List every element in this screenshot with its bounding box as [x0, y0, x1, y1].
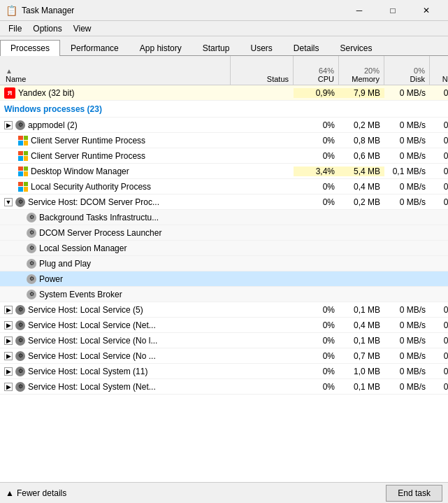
process-name-cell: Local Security Authority Process	[0, 182, 231, 192]
table-row[interactable]: ▼ ⚙ Service Host: DCOM Server Proc... 0%…	[0, 194, 448, 210]
tab-users[interactable]: Users	[240, 40, 282, 56]
memory-cell: 0,2 MB	[339, 120, 384, 130]
process-name-cell: Client Server Runtime Process	[0, 136, 231, 146]
expand-button[interactable]: ▼	[4, 198, 13, 206]
col-header-network[interactable]: 0% Network	[430, 56, 448, 85]
table-row[interactable]: ▶ ⚙ appmodel (2) 0% 0,2 MB 0 MB/s 0 Mbps	[0, 118, 448, 133]
table-row[interactable]: ⚙ Local Session Manager	[0, 241, 448, 256]
fewer-details-button[interactable]: ▲ Fewer details	[6, 488, 66, 498]
col-cpu-percent: 64%	[319, 66, 334, 75]
table-row[interactable]: ⚙ Power	[0, 271, 448, 287]
process-name: Yandex (32 bit)	[18, 88, 75, 98]
table-body: Я Yandex (32 bit) 0,9% 7,9 MB 0 MB/s 0 M…	[0, 85, 448, 482]
memory-cell: 0,7 MB	[339, 351, 384, 361]
expand-button[interactable]: ▶	[4, 367, 13, 376]
process-name: Service Host: Local System (Net...	[28, 382, 156, 392]
menu-view[interactable]: View	[68, 22, 97, 35]
tab-processes[interactable]: Processes	[0, 40, 60, 56]
col-header-name[interactable]: ▲ Name	[0, 56, 231, 85]
disk-cell: 0 MB/s	[384, 320, 430, 330]
gear-icon: ⚙	[15, 305, 25, 315]
app-icon: 📋	[6, 5, 17, 16]
yandex-icon: Я	[4, 87, 15, 99]
tab-startup[interactable]: Startup	[192, 40, 240, 56]
cpu-cell: 0%	[294, 136, 339, 146]
cpu-cell: 0%	[294, 305, 339, 315]
expand-button[interactable]: ▶	[4, 336, 13, 345]
minimize-button[interactable]: ─	[343, 3, 375, 17]
memory-cell: 0,8 MB	[339, 136, 384, 146]
col-header-status[interactable]: Status	[231, 56, 294, 85]
cpu-cell: 0%	[294, 120, 339, 130]
table-row[interactable]: ▶ ⚙ Service Host: Local System (11) 0% 1…	[0, 364, 448, 379]
close-button[interactable]: ✕	[410, 3, 442, 17]
process-name-cell: ⚙ Local Session Manager	[0, 243, 231, 253]
process-name-cell: Desktop Window Manager	[0, 167, 231, 176]
col-header-disk[interactable]: 0% Disk	[384, 56, 430, 85]
expand-button[interactable]: ▶	[4, 321, 13, 330]
window-title: Task Manager	[22, 6, 343, 15]
col-memory-percent: 20%	[364, 66, 380, 75]
memory-cell: 0,1 MB	[339, 382, 384, 392]
disk-cell: 0 MB/s	[384, 367, 430, 376]
memory-cell: 1,0 MB	[339, 367, 384, 376]
tab-details[interactable]: Details	[283, 40, 330, 56]
main-content: ▲ Name Status 64% CPU 20% Memory 0% Disk…	[0, 56, 448, 482]
table-row[interactable]: ⚙ Plug and Play	[0, 256, 448, 271]
table-row[interactable]: Я Yandex (32 bit) 0,9% 7,9 MB 0 MB/s 0 M…	[0, 85, 448, 101]
process-name-cell: ▶ ⚙ Service Host: Local Service (No ...	[0, 351, 231, 361]
table-row[interactable]: ⚙ System Events Broker	[0, 287, 448, 302]
table-row[interactable]: ⚙ Background Tasks Infrastructu...	[0, 210, 448, 225]
table-row[interactable]: Client Server Runtime Process 0% 0,8 MB …	[0, 133, 448, 148]
tab-bar: Processes Performance App history Startu…	[0, 36, 448, 56]
process-name-cell: ▶ ⚙ Service Host: Local Service (No l...	[0, 336, 231, 346]
process-name-cell: ▶ ⚙ Service Host: Local Service (5)	[0, 305, 231, 315]
expand-button[interactable]: ▶	[4, 383, 13, 391]
menu-options[interactable]: Options	[27, 22, 67, 35]
network-cell: 0 Mbps	[430, 336, 448, 346]
expand-button[interactable]: ▶	[4, 352, 13, 360]
tab-app-history[interactable]: App history	[129, 40, 192, 56]
memory-cell: 0,2 MB	[339, 197, 384, 207]
col-header-cpu[interactable]: 64% CPU	[294, 56, 339, 85]
process-name: Power	[39, 274, 63, 284]
fewer-details-label: Fewer details	[17, 488, 66, 498]
disk-cell: 0 MB/s	[384, 136, 430, 146]
table-row[interactable]: ⚙ DCOM Server Process Launcher	[0, 225, 448, 241]
table-row[interactable]: ▶ ⚙ Service Host: Local System (Net... 0…	[0, 379, 448, 395]
table-row[interactable]: ▶ ⚙ Service Host: Local Service (No l...…	[0, 333, 448, 348]
tab-services[interactable]: Services	[330, 40, 383, 56]
process-name-cell: ▶ ⚙ Service Host: Local System (11)	[0, 367, 231, 376]
process-name: Background Tasks Infrastructu...	[39, 213, 159, 222]
expand-button[interactable]: ▶	[4, 121, 13, 129]
maximize-button[interactable]: □	[377, 3, 409, 17]
tab-performance[interactable]: Performance	[60, 40, 129, 56]
network-cell: 0 Mbps	[430, 367, 448, 376]
table-row[interactable]: Desktop Window Manager 3,4% 5,4 MB 0,1 M…	[0, 164, 448, 179]
table-row[interactable]: ▶ ⚙ Service Host: Local Service (5) 0% 0…	[0, 302, 448, 318]
col-disk-label: Disk	[410, 75, 425, 83]
end-task-button[interactable]: End task	[386, 485, 442, 502]
disk-cell: 0 MB/s	[384, 120, 430, 130]
process-name-cell: ⚙ Plug and Play	[0, 259, 231, 269]
cpu-cell: 0,9%	[294, 88, 339, 98]
menu-file[interactable]: File	[3, 22, 27, 35]
memory-cell: 7,9 MB	[339, 88, 384, 98]
table-row[interactable]: ▶ ⚙ Service Host: Local Service (Net... …	[0, 318, 448, 333]
table-row[interactable]: ▶ ⚙ Service Host: Local Service (No ... …	[0, 348, 448, 364]
process-name-cell: ▶ ⚙ Service Host: Local Service (Net...	[0, 320, 231, 330]
network-cell: 0 Mbps	[430, 351, 448, 361]
gear-icon: ⚙	[27, 213, 36, 222]
col-header-memory[interactable]: 20% Memory	[339, 56, 384, 85]
cpu-cell: 0%	[294, 336, 339, 346]
table-row[interactable]: Local Security Authority Process 0% 0,4 …	[0, 179, 448, 194]
network-cell: 0 Mbps	[430, 120, 448, 130]
cpu-cell: 0%	[294, 320, 339, 330]
expand-button[interactable]: ▶	[4, 306, 13, 314]
cpu-cell: 0%	[294, 367, 339, 376]
table-row[interactable]: Windows processes (23)	[0, 101, 448, 118]
cpu-cell: 0%	[294, 182, 339, 192]
network-cell: 0 Mbps	[430, 167, 448, 176]
table-row[interactable]: Client Server Runtime Process 0% 0,6 MB …	[0, 148, 448, 164]
section-name-cell: Windows processes (23)	[0, 104, 231, 114]
